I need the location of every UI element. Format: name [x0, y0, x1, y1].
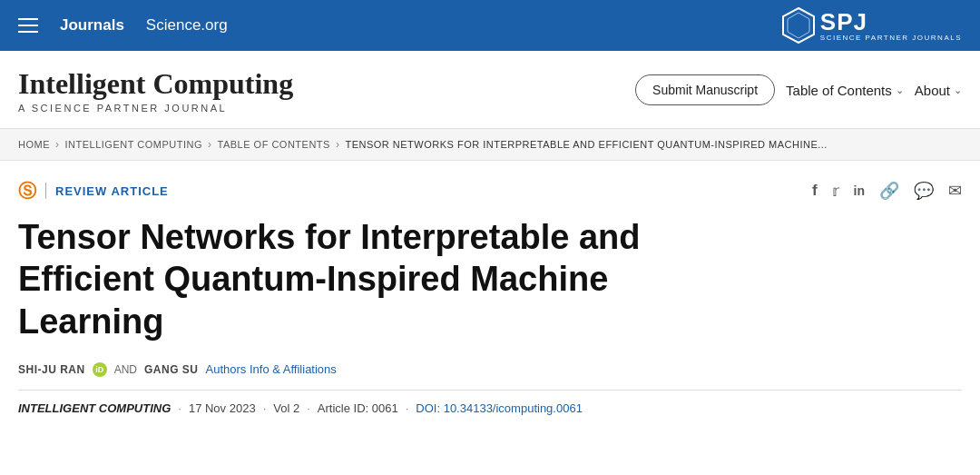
breadcrumb-sep-2: › [208, 138, 212, 151]
submit-manuscript-button[interactable]: Submit Manuscript [635, 74, 775, 105]
top-navigation: Journals Science.org SPJ SCIENCE PARTNER… [0, 0, 980, 51]
spj-logo: SPJ SCIENCE PARTNER JOURNALS [782, 7, 962, 44]
article-doi-link[interactable]: DOI: 10.34133/icomputing.0061 [416, 401, 583, 415]
table-of-contents-link[interactable]: Table of Contents ⌄ [786, 83, 904, 98]
author-2-name: GANG SU [144, 363, 199, 376]
article-type-row: Ⓢ REVIEW ARTICLE [18, 179, 169, 203]
type-divider [45, 183, 46, 199]
author-1-name: SHI-JU RAN [18, 363, 85, 376]
author-and-separator: AND [114, 363, 137, 376]
about-chevron-icon: ⌄ [954, 84, 962, 96]
article-title: Tensor Networks for Interpretable and Ef… [18, 216, 726, 342]
social-share-icons: f 𝕣 in 🔗 💬 ✉ [812, 181, 962, 201]
journal-brand: Intelligent Computing A SCIENCE PARTNER … [18, 67, 293, 114]
breadcrumb-home[interactable]: HOME [18, 139, 50, 150]
open-access-icon: Ⓢ [18, 179, 36, 203]
article-info-line: INTELLIGENT COMPUTING · 17 Nov 2023 · Vo… [18, 390, 962, 415]
spj-full-name: SCIENCE PARTNER JOURNALS [820, 34, 962, 42]
spj-abbreviation: SPJ [820, 10, 867, 34]
hamburger-menu[interactable] [18, 18, 38, 33]
nav-scienceorg[interactable]: Science.org [146, 16, 228, 35]
article-meta-row: Ⓢ REVIEW ARTICLE f 𝕣 in 🔗 💬 ✉ [18, 179, 962, 203]
toc-chevron-icon: ⌄ [896, 84, 904, 96]
article-content: Ⓢ REVIEW ARTICLE f 𝕣 in 🔗 💬 ✉ Tensor Net… [0, 161, 980, 424]
journal-navigation: Submit Manuscript Table of Contents ⌄ Ab… [635, 74, 962, 105]
breadcrumb-toc[interactable]: TABLE OF CONTENTS [217, 139, 329, 150]
orcid-icon[interactable]: iD [93, 362, 107, 377]
article-journal-name: INTELLIGENT COMPUTING [18, 401, 171, 415]
breadcrumb-sep-3: › [336, 138, 340, 151]
authors-info-link[interactable]: Authors Info & Affiliations [206, 362, 337, 376]
journal-header: Intelligent Computing A SCIENCE PARTNER … [0, 51, 980, 129]
linkedin-share-icon[interactable]: in [854, 183, 865, 198]
spj-hexagon-icon [782, 7, 815, 44]
nav-journals[interactable]: Journals [60, 16, 124, 35]
breadcrumb-journal[interactable]: INTELLIGENT COMPUTING [65, 139, 202, 150]
article-type-label: REVIEW ARTICLE [55, 184, 169, 198]
email-share-icon[interactable]: ✉ [948, 181, 962, 201]
about-link[interactable]: About ⌄ [915, 83, 962, 98]
breadcrumb-article: TENSOR NETWORKS FOR INTERPRETABLE AND EF… [345, 139, 828, 150]
reddit-share-icon[interactable]: 🔗 [879, 181, 899, 201]
authors-row: SHI-JU RAN iD AND GANG SU Authors Info &… [18, 362, 962, 377]
breadcrumb-sep-1: › [55, 138, 60, 151]
article-volume: Vol 2 [273, 401, 299, 415]
twitter-share-icon[interactable]: 𝕣 [832, 182, 839, 201]
article-id: Article ID: 0061 [318, 401, 398, 415]
journal-subtitle: A SCIENCE PARTNER JOURNAL [18, 103, 293, 114]
article-date: 17 Nov 2023 [189, 401, 256, 415]
svg-marker-1 [788, 13, 809, 38]
breadcrumb: HOME › INTELLIGENT COMPUTING › TABLE OF … [0, 129, 980, 161]
facebook-share-icon[interactable]: f [812, 182, 818, 200]
wechat-share-icon[interactable]: 💬 [914, 181, 934, 201]
journal-title[interactable]: Intelligent Computing [18, 67, 293, 101]
